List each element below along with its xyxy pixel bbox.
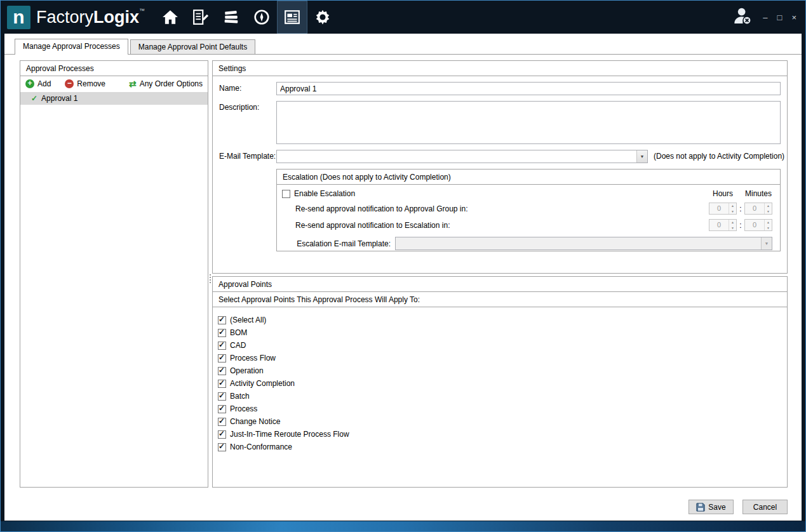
approval-point-cad[interactable]: ✓ CAD	[218, 339, 787, 352]
name-input[interactable]	[276, 82, 781, 95]
enable-escalation-label: Enable Escalation	[294, 189, 355, 198]
settings-title: Settings	[213, 61, 787, 76]
user-logout-button[interactable]	[732, 6, 753, 29]
checkbox-checked[interactable]: ✓	[218, 430, 226, 439]
checkbox-label: Batch	[230, 392, 250, 401]
check-icon: ✓	[218, 379, 225, 387]
approval-point-bom[interactable]: ✓ BOM	[218, 326, 787, 339]
checkbox-checked[interactable]: ✓	[218, 329, 226, 337]
reports-nav-button-active[interactable]	[277, 1, 307, 34]
any-order-options-button[interactable]: ⇄ Any Order Options	[129, 79, 203, 88]
approval-point-process-flow[interactable]: ✓ Process Flow	[218, 352, 787, 364]
approval-processes-title: Approval Processes	[20, 61, 208, 76]
remove-button[interactable]: − Remove	[65, 79, 105, 88]
close-icon[interactable]: ×	[791, 13, 796, 22]
time-colon: :	[737, 204, 744, 213]
group-hours-spinner[interactable]: 0 ▲ ▼	[709, 203, 737, 215]
resend-escalation-label: Re-send approval notification to Escalat…	[282, 221, 709, 230]
escalation-header-row: Enable Escalation Hours Minutes	[282, 189, 772, 198]
checkbox-checked[interactable]: ✓	[218, 392, 226, 401]
email-template-label: E-Mail Template:	[219, 150, 276, 163]
spinner-down-icon[interactable]: ▼	[765, 209, 772, 215]
approval-point-change-notice[interactable]: ✓ Change Notice	[218, 415, 787, 428]
description-input[interactable]	[276, 101, 781, 144]
app-name-part2: Logix	[93, 8, 139, 27]
library-nav-button[interactable]	[216, 1, 246, 34]
worksheet-pencil-icon	[192, 10, 209, 25]
description-row: Description:	[219, 101, 781, 144]
email-template-row: E-Mail Template: ▼ (Does not apply to Ac…	[219, 150, 781, 163]
app-name: FactoryLogix™	[36, 8, 145, 27]
checkbox-checked[interactable]: ✓	[218, 380, 226, 388]
check-icon: ✓	[218, 366, 225, 375]
splitter-grip-icon	[210, 274, 211, 283]
escalation-content: Enable Escalation Hours Minutes Re-send …	[277, 185, 780, 250]
checkbox-checked[interactable]: ✓	[218, 354, 226, 362]
checkbox-label: Activity Completion	[230, 379, 295, 388]
check-icon: ✓	[218, 442, 225, 451]
dispatch-nav-button[interactable]	[246, 1, 277, 34]
tab-manage-approval-processes[interactable]: Manage Approval Processes	[15, 39, 128, 55]
checkbox-label: Operation	[230, 366, 264, 375]
list-item-approval-1[interactable]: ✓ Approval 1	[20, 92, 208, 105]
email-template-value	[277, 150, 636, 163]
group-hours-value: 0	[709, 203, 729, 214]
time-colon: :	[737, 221, 744, 230]
checkbox-label: Process Flow	[230, 354, 276, 362]
save-button[interactable]: Save	[688, 500, 734, 514]
checkbox-checked[interactable]: ✓	[218, 405, 226, 413]
checkbox-checked[interactable]: ✓	[218, 367, 226, 375]
spinner-down-icon[interactable]: ▼	[765, 225, 772, 231]
approval-point-activity-completion[interactable]: ✓ Activity Completion	[218, 377, 787, 390]
checkbox-label: Non-Conformance	[230, 442, 292, 451]
resend-group-row: Re-send approval notification to Approva…	[282, 203, 772, 215]
enable-escalation-checkbox[interactable]	[282, 190, 290, 198]
minimize-icon[interactable]: –	[763, 13, 767, 22]
check-icon: ✓	[218, 328, 225, 336]
app-name-part1: Factory	[36, 8, 93, 27]
checkbox-checked[interactable]: ✓	[218, 418, 226, 426]
add-button[interactable]: + Add	[25, 79, 51, 88]
spinner-up-icon[interactable]: ▲	[765, 203, 772, 209]
maximize-icon[interactable]: □	[777, 13, 782, 22]
logo-letter: n	[13, 6, 24, 28]
approval-point-batch[interactable]: ✓ Batch	[218, 390, 787, 402]
spinner-down-icon[interactable]: ▼	[729, 209, 736, 215]
chevron-down-icon[interactable]: ▼	[636, 150, 647, 163]
checkbox-checked[interactable]: ✓	[218, 342, 226, 350]
home-nav-button[interactable]	[155, 1, 185, 34]
settings-nav-button[interactable]	[307, 1, 338, 34]
checkbox-label: (Select All)	[230, 316, 266, 324]
user-icon	[732, 6, 753, 26]
cancel-button[interactable]: Cancel	[742, 500, 788, 514]
tab-manage-approval-point-defaults[interactable]: Manage Approval Point Defaults	[130, 39, 255, 54]
approval-point-operation[interactable]: ✓ Operation	[218, 364, 787, 377]
checkbox-label: Just-In-Time Reroute Process Flow	[230, 430, 349, 439]
settings-panel: Settings Name: Description: E-Mail Templ…	[212, 60, 788, 274]
approval-point-process[interactable]: ✓ Process	[218, 402, 787, 415]
escalation-hours-spinner[interactable]: 0 ▲ ▼	[709, 219, 737, 231]
escalation-template-dropdown[interactable]: ▼	[395, 237, 772, 250]
main-nav	[155, 1, 338, 34]
check-icon: ✓	[218, 354, 225, 362]
escalation-minutes-spinner[interactable]: 0 ▲ ▼	[744, 219, 772, 231]
escalation-template-value	[396, 237, 761, 249]
report-icon	[284, 10, 300, 25]
email-template-dropdown[interactable]: ▼	[276, 150, 648, 163]
approval-processes-panel: Approval Processes + Add − Remove ⇄ Any …	[20, 60, 208, 488]
approval-point-non-conformance[interactable]: ✓ Non-Conformance	[218, 441, 787, 453]
approval-point-jit-reroute[interactable]: ✓ Just-In-Time Reroute Process Flow	[218, 428, 787, 441]
group-minutes-spinner[interactable]: 0 ▲ ▼	[744, 203, 772, 215]
tab-label: Manage Approval Processes	[23, 42, 120, 51]
approval-points-subtitle: Select Approval Points This Approval Pro…	[213, 292, 787, 307]
production-nav-button[interactable]	[185, 1, 216, 34]
spinner-up-icon[interactable]: ▲	[729, 203, 736, 209]
spinner-up-icon[interactable]: ▲	[729, 220, 736, 225]
titlebar: n FactoryLogix™	[1, 1, 805, 34]
check-icon: ✓	[218, 430, 225, 438]
spinner-down-icon[interactable]: ▼	[729, 225, 736, 231]
spinner-up-icon[interactable]: ▲	[765, 220, 772, 225]
checkbox-checked[interactable]: ✓	[218, 443, 226, 451]
checkbox-checked[interactable]: ✓	[218, 316, 226, 324]
approval-point-select-all[interactable]: ✓ (Select All)	[218, 314, 787, 326]
